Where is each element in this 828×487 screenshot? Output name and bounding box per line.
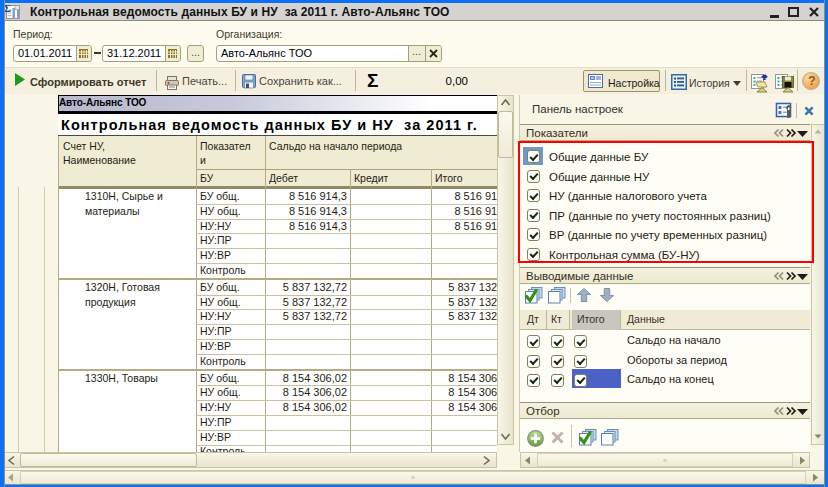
svg-text:Σ: Σ	[4, 3, 11, 14]
